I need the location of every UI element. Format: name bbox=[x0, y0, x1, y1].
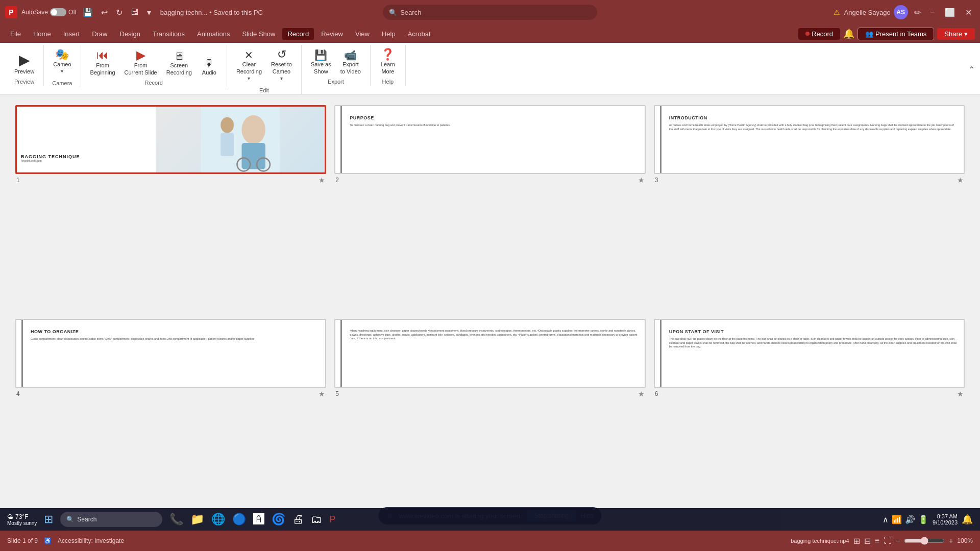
menu-view[interactable]: View bbox=[350, 28, 375, 40]
minimize-button[interactable]: − bbox=[927, 6, 938, 19]
taskbar-app-chrome[interactable]: 🌀 bbox=[270, 511, 287, 528]
battery-icon[interactable]: 🔋 bbox=[918, 515, 928, 524]
cameo-chevron[interactable]: ▾ bbox=[61, 68, 63, 76]
taskbar-app-folder2[interactable]: 🗂 bbox=[309, 511, 324, 528]
tray-chevron[interactable]: ∧ bbox=[883, 515, 889, 524]
zoom-minus[interactable]: − bbox=[896, 537, 900, 545]
slide-thumb-1[interactable]: BAGGING TECHNIQUE AngeleSayde.com bbox=[15, 105, 326, 174]
reset-chevron[interactable]: ▾ bbox=[280, 76, 283, 83]
pen-icon[interactable]: ✏ bbox=[912, 6, 923, 19]
taskbar-app-teams[interactable]: 📞 bbox=[167, 511, 185, 528]
slide-heading-6: UPON START OF VISIT bbox=[660, 329, 959, 334]
learn-more-button[interactable]: ❓ Learn More bbox=[376, 47, 400, 77]
menu-help[interactable]: Help bbox=[377, 28, 401, 40]
group-label-export: Export bbox=[307, 77, 365, 86]
group-label-help: Help bbox=[376, 77, 400, 86]
view-present-icon[interactable]: ⛶ bbox=[884, 536, 892, 545]
audio-button[interactable]: 🎙 Audio bbox=[197, 56, 222, 78]
view-reading-icon[interactable]: ≡ bbox=[875, 536, 879, 545]
menu-slideshow[interactable]: Slide Show bbox=[237, 28, 280, 40]
search-box[interactable]: 🔍 Search bbox=[383, 5, 597, 20]
status-left: Slide 1 of 9 ♿ Accessibility: Investigat… bbox=[7, 537, 124, 544]
more-icon[interactable]: ▾ bbox=[145, 6, 153, 19]
taskbar-search[interactable]: 🔍 Search bbox=[60, 512, 162, 527]
taskbar-app-hp[interactable]: 🖨 bbox=[290, 511, 306, 528]
star-icon-3[interactable]: ★ bbox=[957, 176, 964, 184]
menu-right-actions: Record 🔔 👥 Present in Teams Share ▾ bbox=[798, 28, 975, 40]
slide-thumb-6[interactable]: UPON START OF VISIT The bag shall NOT be… bbox=[654, 319, 965, 388]
autosave-toggle[interactable]: AutoSave Off bbox=[21, 8, 77, 16]
zoom-slider[interactable] bbox=[904, 537, 945, 545]
menu-file[interactable]: File bbox=[5, 28, 26, 40]
menu-record[interactable]: Record bbox=[282, 28, 314, 40]
volume-icon[interactable]: 🔊 bbox=[905, 515, 915, 524]
slide-number-5: 5 ★ bbox=[334, 390, 645, 398]
undo-icon[interactable]: ↩ bbox=[99, 6, 110, 19]
notification-dot[interactable]: 🔔 bbox=[962, 514, 973, 525]
reset-to-cameo-button[interactable]: ↺ Reset to Cameo ▾ bbox=[267, 47, 296, 85]
view-grid-icon[interactable]: ⊟ bbox=[864, 536, 871, 546]
slide-thumb-2[interactable]: PURPOSE To maintain a clean nursing bag … bbox=[334, 105, 645, 174]
menu-design[interactable]: Design bbox=[115, 28, 145, 40]
cameo-button[interactable]: 🎭 Cameo ▾ bbox=[49, 47, 75, 78]
section-line-4 bbox=[21, 320, 23, 387]
menu-animations[interactable]: Animations bbox=[192, 28, 235, 40]
save-as-show-button[interactable]: 💾 Save as Show bbox=[307, 48, 335, 77]
maximize-button[interactable]: ⬜ bbox=[942, 6, 958, 19]
section-line-6 bbox=[660, 320, 662, 387]
view-normal-icon[interactable]: ⊞ bbox=[853, 536, 860, 546]
from-beginning-icon: ⏮ bbox=[96, 49, 109, 61]
zoom-plus[interactable]: + bbox=[949, 537, 953, 545]
user-info[interactable]: Angelie Sayago AS bbox=[844, 5, 908, 19]
notification-icon[interactable]: 🔔 bbox=[843, 28, 854, 39]
star-icon-4[interactable]: ★ bbox=[318, 390, 325, 398]
ribbon-group-camera: 🎭 Cameo ▾ Camera bbox=[44, 45, 81, 87]
record-button[interactable]: Record bbox=[798, 28, 840, 40]
menu-draw[interactable]: Draw bbox=[87, 28, 112, 40]
ribbon-collapse-button[interactable]: ⌃ bbox=[968, 65, 975, 74]
wifi-icon[interactable]: 📶 bbox=[892, 515, 902, 524]
system-tray: ∧ 📶 🔊 🔋 bbox=[883, 515, 928, 524]
star-icon-1[interactable]: ★ bbox=[318, 176, 325, 184]
slide-thumb-5[interactable]: •Hand-washing equipment: skin cleanser, … bbox=[334, 319, 645, 388]
menu-home[interactable]: Home bbox=[28, 28, 56, 40]
app-icon: P bbox=[5, 6, 17, 18]
taskbar-app-chrome-alt[interactable]: 🌐 bbox=[209, 511, 227, 528]
slide-thumb-4[interactable]: HOW TO ORGANIZE Clean compartment: clean… bbox=[15, 319, 326, 388]
help-icon: ❓ bbox=[381, 49, 395, 60]
weather[interactable]: 🌤 73°F Mostly sunny bbox=[7, 513, 37, 526]
clear-chevron[interactable]: ▾ bbox=[248, 76, 250, 83]
section-line-5 bbox=[340, 320, 342, 387]
clock[interactable]: 8:37 AM 9/10/2023 bbox=[933, 513, 958, 525]
save-to-cloud-icon[interactable]: 🖫 bbox=[129, 6, 141, 19]
menu-review[interactable]: Review bbox=[316, 28, 348, 40]
slide-thumb-3[interactable]: INTRODUCTION All nurses and home health … bbox=[654, 105, 965, 174]
autosave-toggle-switch[interactable] bbox=[50, 8, 66, 16]
menu-transitions[interactable]: Transitions bbox=[148, 28, 190, 40]
screen-recording-button[interactable]: 🖥 Screen Recording bbox=[162, 49, 196, 78]
star-icon-2[interactable]: ★ bbox=[638, 176, 645, 184]
close-button[interactable]: ✕ bbox=[962, 6, 975, 19]
preview-button[interactable]: ▶ Preview bbox=[10, 51, 38, 77]
taskbar-app-powerpoint[interactable]: P bbox=[327, 512, 337, 527]
screen-icon: 🖥 bbox=[174, 51, 184, 61]
share-button[interactable]: Share ▾ bbox=[937, 28, 975, 40]
accessibility-label[interactable]: Accessibility: Investigate bbox=[58, 537, 124, 544]
save-icon[interactable]: 💾 bbox=[81, 6, 95, 19]
present-in-teams-button[interactable]: 👥 Present in Teams bbox=[857, 28, 934, 40]
taskbar-app-edge[interactable]: 🔵 bbox=[230, 511, 248, 528]
menu-insert[interactable]: Insert bbox=[58, 28, 85, 40]
export-to-video-button[interactable]: 📹 Export to Video bbox=[336, 48, 365, 77]
menu-acrobat[interactable]: Acrobat bbox=[403, 28, 436, 40]
from-beginning-button[interactable]: ⏮ From Beginning bbox=[86, 47, 119, 78]
taskbar-app-apps[interactable]: 🅰 bbox=[251, 511, 266, 528]
slide-info: Slide 1 of 9 bbox=[7, 537, 38, 544]
from-current-slide-button[interactable]: ▶ From Current Slide bbox=[120, 47, 161, 78]
star-icon-6[interactable]: ★ bbox=[957, 390, 964, 398]
star-icon-5[interactable]: ★ bbox=[638, 390, 645, 398]
taskbar-app-explorer[interactable]: 📁 bbox=[188, 511, 206, 528]
taskbar-left: 🌤 73°F Mostly sunny bbox=[7, 513, 37, 526]
start-button[interactable]: ⊞ bbox=[42, 513, 55, 526]
redo-icon[interactable]: ↻ bbox=[114, 6, 125, 19]
clear-recording-button[interactable]: ✕ Clear Recording ▾ bbox=[232, 48, 266, 85]
